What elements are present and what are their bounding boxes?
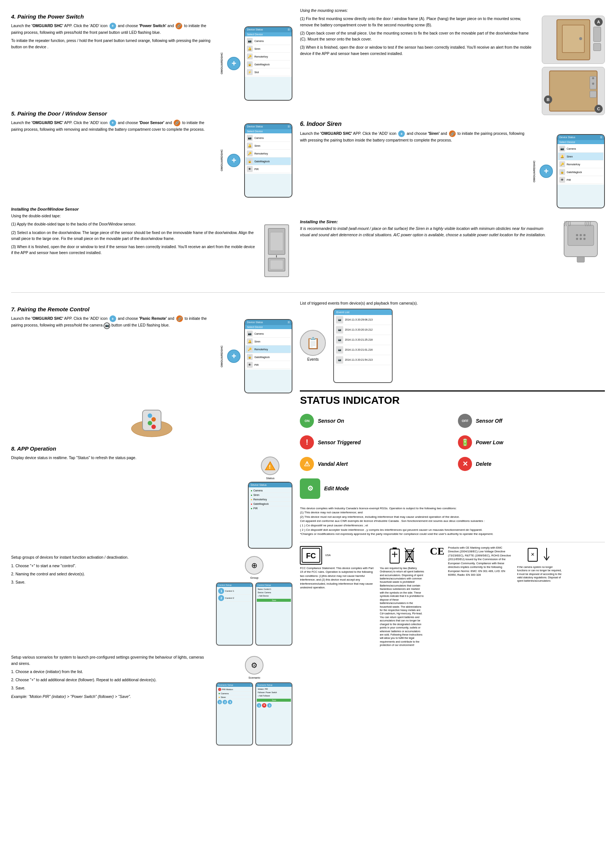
installing-dw-sensor: Installing the Door/Window Sensor Using …: [11, 207, 292, 281]
section-5: 5. Pairing the Door / Window Sensor Laun…: [11, 110, 292, 281]
ce-text: Products with CE Marking comply with EMC…: [448, 546, 511, 577]
svg-point-29: [148, 413, 152, 418]
scenario-round-icon: ⚙: [245, 656, 264, 675]
status-phone-header: Device Status: [249, 483, 292, 487]
triggered-label: Sensor Triggered: [318, 439, 361, 445]
section-8-status-text: Display device status in realtime. Tap "…: [11, 455, 242, 549]
event-icon-3: 📷: [336, 336, 343, 344]
device-status-label-7: Device Status: [247, 321, 263, 324]
phone-header-6: Device Status ☰: [558, 135, 604, 140]
svg-point-30: [151, 417, 156, 422]
svg-point-21: [576, 238, 578, 240]
section-8-status: Display device status in realtime. Tap "…: [11, 455, 292, 549]
event-icon-1: 📷: [336, 316, 343, 323]
device-list-6: 📷 Camera 🔔 Siren 🔑 Re: [558, 144, 604, 185]
using-double-sided: Using the double-sided tape:: [11, 213, 292, 219]
section-5-para1: Launch the 'OMGUARD SHC' APP. Click the …: [11, 120, 214, 132]
section-6-title: 6. Indoor Siren: [300, 121, 605, 128]
svg-rect-24: [577, 257, 585, 262]
scenario-phone-1: Scenario Setup + ! PIR Motion ●: [216, 683, 253, 746]
status-vandal: ⚠ Vandal Alert: [300, 457, 447, 471]
section-5-content: Launch the 'OMGUARD SHC' APP. Click the …: [11, 120, 292, 201]
events-content: 📋 Events Event List 📷 2014-11-3 20:29:06…: [300, 309, 605, 383]
section-8: 8. APP Operation Display device status i…: [11, 445, 292, 749]
plus-btn-6[interactable]: +: [540, 165, 553, 178]
section-4-para2: To initiate the repeater function, press…: [11, 38, 214, 50]
compliance-section: FC USA FCC Compliance Statement: This de…: [300, 542, 605, 647]
phone-mockup-7: Device Status ☰ Select Device 📷 Camera: [244, 319, 292, 393]
group-icon-container: ⊕ Group: [216, 556, 292, 579]
mounting-content: (1) Fix the first mounting screw directl…: [300, 16, 605, 115]
plus-btn-5[interactable]: +: [227, 154, 240, 167]
top-section: 4. Pairing the Power Switch Launch the '…: [11, 8, 605, 281]
section-7-title: 7. Pairing the Remote Control: [11, 306, 292, 313]
svg-rect-4: [270, 260, 283, 269]
save-btn-2[interactable]: Save: [257, 599, 291, 602]
siren-install-body: It is recommanded to install (wall-mount…: [300, 226, 551, 238]
bottom-section: 7. Pairing the Remote Control Launch the…: [11, 300, 605, 754]
control-phone-body-1: 1Control 1 2Control 2: [217, 587, 252, 603]
device-status-label-6: Device Status: [559, 136, 575, 139]
svg-rect-9: [594, 27, 601, 42]
svg-text:FC: FC: [306, 552, 316, 560]
section-4-title: 4. Pairing the Power Switch: [11, 14, 292, 20]
edit-label: Edit Mode: [324, 486, 349, 492]
save-btn-scenario[interactable]: Save: [257, 699, 291, 702]
add-icon: +: [109, 23, 116, 29]
phone-mockup-5: Device Status ☰ Select Device 📷 Camera: [244, 123, 292, 198]
svg-point-18: [576, 234, 578, 236]
bluetooth-icon-5: 🔗: [174, 120, 180, 126]
event-item-5: 📷 2014-11-3 20:21:54.213: [334, 355, 392, 365]
section-8-title: 8. APP Operation: [11, 445, 292, 452]
example-text: Example: "Motion PIR" (initator) > "Powe…: [11, 693, 210, 699]
svg-point-22: [580, 238, 582, 240]
scenario-phone-body-1: ! PIR Motion ● Camera ●: [217, 687, 252, 705]
remote-image: [11, 401, 292, 438]
dw-step3: (3) When it is finished, open the door o…: [11, 244, 257, 256]
phone-icons-5: ☰: [288, 125, 290, 128]
dw-sensor-illustration: [263, 221, 292, 281]
device-list-4: 📷 Camera 🔔 Siren 🔑 Re: [245, 36, 292, 77]
dispose-text: If the camera system no longer functions…: [517, 565, 562, 583]
omguard-label-4: OMGUARDSHC: [220, 53, 223, 74]
scenario-phones: Scenario Setup + ! PIR Motion ●: [216, 683, 292, 746]
green-dot: ●: [250, 489, 252, 492]
left-column: 4. Pairing the Power Switch Launch the '…: [11, 8, 292, 281]
control-phone-1: Control Setup + 1Control 1 2Control 2: [216, 582, 253, 646]
event-list: 📷 2014-11-3 20:29:06.213 📷 2014-11-3 20:…: [334, 315, 392, 365]
bluetooth-icon: 🔗: [175, 23, 182, 29]
green-dot-2: ●: [250, 494, 252, 496]
status-triggered: ! Sensor Triggered: [300, 435, 447, 450]
events-section: List of triggered events from device(s) …: [300, 300, 605, 383]
group-icon-and-phones: ⊕ Group Control Setup +: [216, 554, 292, 648]
disposal-svg: [403, 546, 416, 565]
plus-btn-4[interactable]: +: [227, 57, 240, 70]
setup-2-3: 3. Save.: [11, 685, 210, 691]
power-low-icon: 🔋: [458, 435, 472, 450]
section-8-group: Setup groups of devices for instant func…: [11, 554, 292, 648]
status-para: Display device status in realtime. Tap "…: [11, 455, 242, 461]
install-img-a: A: [542, 16, 605, 64]
sensor-off-icon: OFF: [458, 414, 472, 428]
plus-btn-7[interactable]: +: [227, 350, 240, 363]
ce-logo: CE: [430, 546, 444, 556]
section-7-para1: Launch the 'OMGUARD SHC' APP. Click the …: [11, 315, 214, 329]
siren-install-title: Installing the Siren:: [300, 220, 551, 224]
control-phone-header-2: Control Setup: [256, 583, 292, 587]
section-7-phone: OMGUARDSHC + Device Status ☰ Select Devi…: [220, 315, 292, 397]
event-icon-4: 📷: [336, 346, 343, 353]
fcc-svg: FC: [302, 548, 320, 563]
mounting-section: Using the mounting screws: (1) Fix the f…: [300, 8, 605, 115]
scenario-phone-header-1: Scenario Setup +: [217, 683, 252, 687]
green-dot-3: ●: [250, 507, 252, 510]
event-icon-5: 📷: [336, 356, 343, 364]
device-item-remotekey-7: 🔑 RemoteKey: [246, 346, 291, 353]
dw-install-content: (1) Apply the double-sided tape to the b…: [11, 221, 292, 281]
section-6-phone: OMGUARDSHC + Device Status ☰ Select Devi…: [532, 130, 605, 212]
svg-point-31: [148, 421, 152, 426]
dispose-icons: ×: [526, 546, 552, 564]
status-phone: Device Status ●Camera ●Siren ●R: [248, 482, 292, 549]
remote-svg: [126, 401, 178, 438]
phone-area-5: OMGUARDSHC + Device Status ☰ Select Devi…: [220, 123, 292, 198]
scenario-phone-2: Scenario Setup Initiator: PIR Follower: …: [255, 683, 292, 746]
